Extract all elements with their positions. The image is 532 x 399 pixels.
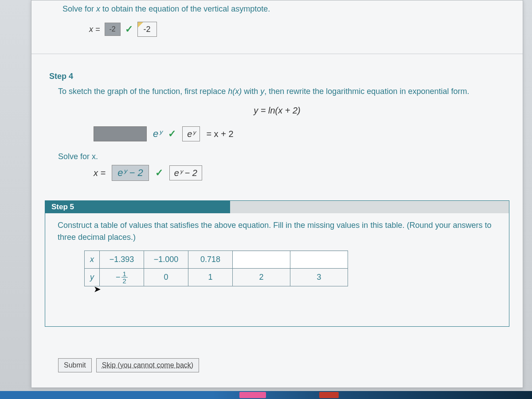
numerator: 1 xyxy=(121,270,128,278)
taskbar-item[interactable] xyxy=(319,392,339,398)
skip-button[interactable]: Skip (you cannot come back) xyxy=(96,358,199,372)
minus-sign: − xyxy=(116,271,121,283)
check-icon: ✓ xyxy=(168,128,176,140)
text: , then rewrite the logarithmic equation … xyxy=(264,87,469,96)
x-input[interactable] xyxy=(290,252,348,268)
step-4-section: Step 4 To sketch the graph of the functi… xyxy=(31,54,523,200)
step-4-label: Step 4 xyxy=(49,72,505,81)
y-cell: − 1 2 xyxy=(100,269,144,286)
exponential-row: eʸ ✓ eʸ = x + 2 xyxy=(94,126,505,141)
row-header-y: y xyxy=(85,269,100,286)
text: with xyxy=(242,87,260,96)
denominator: 2 xyxy=(121,278,128,284)
table-row: x −1.393 −1.000 0.718 xyxy=(85,251,348,269)
entered-answer-box[interactable]: -2 xyxy=(105,23,121,36)
button-row: Submit Skip (you cannot come back) xyxy=(58,358,199,372)
x-input-cell xyxy=(233,251,290,269)
step-4-body: To sketch the graph of the function, fir… xyxy=(49,86,505,98)
correct-answer-box: -2 xyxy=(137,22,157,37)
step-5-body: Construct a table of values that satisfi… xyxy=(45,213,509,326)
text: to obtain the equation of the vertical a… xyxy=(100,4,270,13)
x-cell: −1.000 xyxy=(144,251,188,269)
y-cell: 2 xyxy=(233,269,290,286)
x-input[interactable] xyxy=(233,252,290,268)
y-cell: 3 xyxy=(290,269,348,286)
y-cell: 1 xyxy=(188,269,233,286)
entered-exponential-box[interactable] xyxy=(94,126,147,141)
equals-x-plus-2: = x + 2 xyxy=(206,129,233,139)
x-cell: 0.718 xyxy=(188,251,233,269)
equation-lhs: x = xyxy=(89,25,100,34)
variable-x: x xyxy=(96,4,100,13)
taskbar-item[interactable] xyxy=(239,392,266,398)
step-5-header: Step 5 xyxy=(45,201,509,213)
submit-button[interactable]: Submit xyxy=(58,358,92,372)
hx: h(x) xyxy=(228,87,242,96)
x-equals: x = xyxy=(94,168,106,178)
step-5-instruction: Construct a table of values that satisfi… xyxy=(58,219,497,243)
correct-solve-box: eʸ − 2 xyxy=(169,165,202,180)
y-cell: 0 xyxy=(144,269,188,286)
step-5-label: Step 5 xyxy=(45,201,80,213)
worksheet-page: Solve for x to obtain the equation of th… xyxy=(31,0,523,388)
table-row: y − 1 2 0 1 2 3 xyxy=(85,269,348,286)
taskbar xyxy=(0,391,532,399)
equation-y-ln: y = ln(x + 2) xyxy=(49,106,505,116)
asymptote-equation-row: x = -2 ✓ -2 xyxy=(89,22,505,37)
y: y xyxy=(260,87,264,96)
check-icon: ✓ xyxy=(125,23,133,35)
entered-solve-box[interactable]: eʸ − 2 xyxy=(112,165,149,181)
fraction: 1 2 xyxy=(121,270,128,284)
ey: eʸ xyxy=(187,129,195,139)
asymptote-instruction: Solve for x to obtain the equation of th… xyxy=(63,4,505,14)
solve-for-x-label: Solve for x. xyxy=(58,152,505,161)
asymptote-section: Solve for x to obtain the equation of th… xyxy=(31,0,523,54)
check-icon: ✓ xyxy=(155,167,163,179)
correct-ey-box: eʸ xyxy=(182,126,200,141)
text: To sketch the graph of the function, fir… xyxy=(58,87,228,96)
entered-ey-label: eʸ xyxy=(153,128,162,140)
solve-row: x = eʸ − 2 ✓ eʸ − 2 xyxy=(94,165,505,181)
x-cell: −1.393 xyxy=(100,251,144,269)
neg-half: − 1 2 xyxy=(116,270,128,284)
x-input-cell xyxy=(290,251,348,269)
values-table: x −1.393 −1.000 0.718 y − xyxy=(84,250,348,286)
text: Solve for xyxy=(63,4,96,13)
step-5-section: Step 5 Construct a table of values that … xyxy=(45,200,509,327)
row-header-x: x xyxy=(85,251,100,269)
progress-bar xyxy=(80,201,509,213)
